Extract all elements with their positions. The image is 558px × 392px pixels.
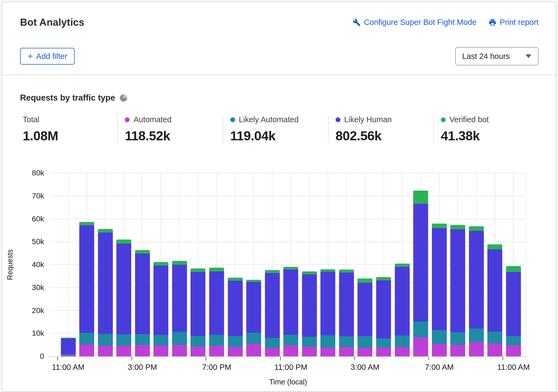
x-tick-label: 3:00 AM [333,363,398,372]
bar-segment-likely-automated [506,336,521,345]
bar-segment-likely-automated [116,334,131,346]
legend-dot [230,117,235,122]
h-gridline [50,196,526,196]
bar-segment-likely-automated [432,330,447,344]
bar[interactable] [265,270,280,357]
bar[interactable] [487,244,502,356]
bar-segment-likely-human [413,204,428,321]
bar[interactable] [469,226,484,356]
x-tick-label: 7:00 PM [184,363,249,372]
bar[interactable] [506,266,521,356]
y-tick-label: 0 [12,352,44,361]
chart-title: Requests by traffic type [20,93,115,103]
bar-segment-automated [450,345,465,356]
bar[interactable] [376,277,391,356]
bar-segment-likely-human [228,281,243,336]
bar[interactable] [153,262,168,356]
bar[interactable] [246,280,261,356]
y-tick-label: 60k [12,214,44,224]
bar[interactable] [79,222,94,356]
bar-segment-verified-bot [228,278,243,281]
bar-segment-automated [265,348,280,356]
bar-segment-verified-bot [395,264,410,267]
bar-segment-likely-human [302,274,317,337]
bar-segment-verified-bot [339,270,354,273]
bar[interactable] [357,278,372,356]
bar-segment-likely-automated [153,335,168,346]
bar-segment-likely-human [191,272,205,336]
bar-segment-automated [153,346,168,356]
bar-segment-automated [191,347,205,356]
y-tick-label: 30k [12,283,44,292]
bot-analytics-card: Bot Analytics Configure Super Bot Fight … [2,2,556,392]
add-filter-button[interactable]: + Add filter [20,48,75,65]
bar[interactable] [320,269,335,356]
y-tick-label: 50k [12,237,44,246]
configure-super-bot-fight-mode-link[interactable]: Configure Super Bot Fight Mode [353,18,477,27]
bar[interactable] [191,268,205,356]
page-title: Bot Analytics [20,17,84,28]
bar-segment-likely-automated [302,337,317,347]
bar[interactable] [302,271,317,356]
bar-segment-likely-human [339,273,354,336]
x-tick [57,357,58,360]
x-tick [280,357,281,360]
bar-segment-likely-human [172,265,187,332]
bar-segment-automated [320,348,335,356]
bar[interactable] [339,270,354,356]
x-tick-label: 7:00 AM [407,363,472,372]
bar-segment-likely-human [376,280,391,338]
bar[interactable] [172,261,187,356]
stat-label: Likely Human [336,115,433,124]
bar-segment-likely-human [61,338,76,354]
bar[interactable] [283,267,298,356]
x-axis-line [48,356,527,357]
bar-segment-likely-automated [376,338,391,348]
bar-segment-verified-bot [376,277,391,280]
bar-segment-automated [172,345,187,356]
bar[interactable] [450,225,465,356]
bar-segment-likely-automated [209,335,224,346]
bar-segment-verified-bot [487,244,502,250]
bar-segment-automated [487,344,502,356]
stats-row: Total1.08MAutomated118.52kLikely Automat… [2,115,556,143]
bar-segment-verified-bot [302,271,317,274]
bar[interactable] [98,229,113,356]
bar-segment-likely-automated [469,328,484,342]
bar-segment-likely-automated [135,334,150,345]
bar[interactable] [209,268,224,356]
bar-segment-likely-automated [450,332,465,345]
bar-segment-automated [357,348,372,356]
bar[interactable] [61,338,76,356]
x-tick [132,357,132,360]
bar-segment-likely-human [153,265,168,335]
bar[interactable] [413,191,428,356]
bar[interactable] [116,240,131,356]
bar[interactable] [395,264,410,356]
stat-total: Total1.08M [20,115,117,143]
bar[interactable] [228,278,243,356]
bar-segment-likely-automated [357,336,372,348]
x-tick [428,357,429,360]
bar[interactable] [432,224,447,356]
bar-segment-verified-bot [98,229,113,232]
stat-label: Total [23,115,117,124]
x-tick-label: 3:00 PM [110,363,175,372]
bar[interactable] [135,250,150,356]
bar-segment-automated [246,344,261,356]
bar-segment-likely-human [98,232,113,334]
add-filter-label: Add filter [36,52,67,61]
legend-dot [441,117,446,122]
y-tick-label: 40k [12,260,44,269]
time-range-dropdown[interactable]: Last 24 hours [455,47,539,65]
bar-segment-automated [469,342,484,356]
plot-area: 010k20k30k40k50k60k70k80k11:00 AM3:00 PM… [50,173,526,356]
bar-segment-likely-human [506,272,521,336]
stat-label: Likely Automated [230,115,328,124]
bar-segment-likely-human [283,270,298,335]
plot-right-edge [526,173,526,356]
print-report-link[interactable]: Print report [488,18,539,27]
stat-value: 41.38k [441,128,539,143]
bar-segment-verified-bot [506,266,521,272]
stat-value: 1.08M [23,128,117,143]
